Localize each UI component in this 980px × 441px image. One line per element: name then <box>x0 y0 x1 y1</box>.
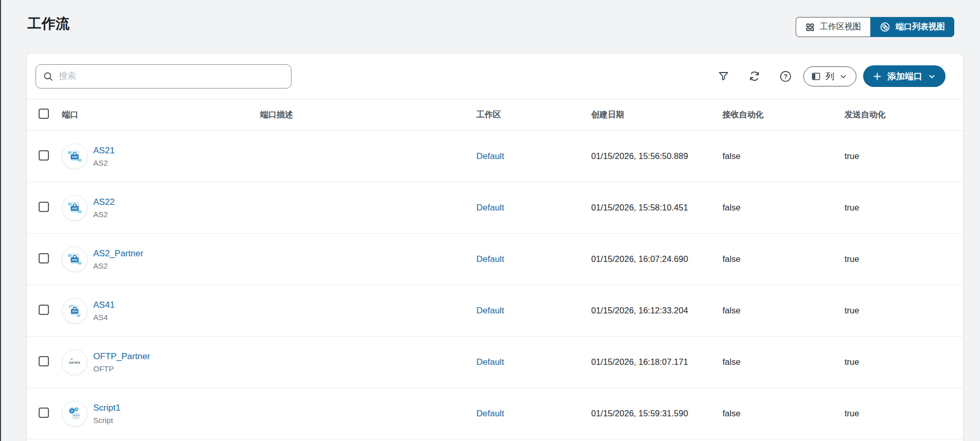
column-header-port: 端口 <box>62 110 260 120</box>
created-date-cell: 01/15/2026, 16:12:33.204 <box>591 306 723 315</box>
select-all-checkbox[interactable] <box>39 109 49 119</box>
table-row: OFTP2 OFTP_Partner OFTP Default 01/15/20… <box>27 337 963 388</box>
port-name-link[interactable]: Script1 <box>93 403 121 413</box>
as2-port-icon: AS2 <box>62 246 88 272</box>
table-row: AS4 AS41 AS4 Default 01/15/2026, 16:12:3… <box>27 285 963 337</box>
help-icon: ? <box>779 70 792 83</box>
send-automation-cell: true <box>845 254 953 264</box>
receive-automation-cell: false <box>723 151 845 161</box>
receive-automation-cell: false <box>723 254 845 264</box>
svg-text:AS2: AS2 <box>72 207 77 210</box>
table-row: vScript Script1 Script Default 01/15/202… <box>27 388 963 439</box>
help-button[interactable]: ? <box>779 69 792 83</box>
send-automation-cell: true <box>845 409 953 418</box>
row-checkbox[interactable] <box>39 202 49 212</box>
oftp-port-icon: OFTP2 <box>62 349 88 375</box>
created-date-cell: 01/15/2026, 15:59:31.590 <box>591 409 723 418</box>
chevron-down-icon <box>839 72 848 81</box>
chevron-down-icon <box>927 72 936 81</box>
filter-icon <box>717 70 730 82</box>
created-date-cell: 01/15/2026, 15:58:10.451 <box>591 203 723 213</box>
port-type-label: AS4 <box>93 313 115 322</box>
search-icon <box>43 71 54 84</box>
plus-icon <box>872 72 882 81</box>
columns-button-label: 列 <box>826 70 834 82</box>
column-header-description: 端口描述 <box>260 110 476 120</box>
column-header-send-automation: 发送自动化 <box>845 110 953 120</box>
row-checkbox[interactable] <box>39 408 49 418</box>
table-header-row: 端口 端口描述 工作区 创建日期 接收自动化 发送自动化 <box>27 99 963 131</box>
filter-button[interactable] <box>717 69 730 83</box>
page-header: 工作流 工作区视图 端口列表视图 <box>27 14 954 33</box>
port-type-label: AS2 <box>93 210 115 219</box>
table-row: AS2 AS22 AS2 Default 01/15/2026, 15:58:1… <box>27 182 963 234</box>
port-type-label: AS2 <box>93 261 143 270</box>
receive-automation-cell: false <box>723 357 845 367</box>
workspace-link[interactable]: Default <box>476 306 504 315</box>
svg-text:AS2: AS2 <box>72 258 77 261</box>
workspace-view-button[interactable]: 工作区视图 <box>796 17 870 37</box>
add-port-button-label: 添加端口 <box>887 70 922 82</box>
view-toggle-group: 工作区视图 端口列表视图 <box>796 17 954 37</box>
port-list-card: ? 列 添加端口 端口 端口描述 工作区 创建日期 接收自动化 发送自动化 <box>27 54 963 441</box>
port-name-link[interactable]: OFTP_Partner <box>93 351 150 362</box>
workspace-link[interactable]: Default <box>476 409 504 418</box>
table-row: AS2 AS2_Partner AS2 Default 01/15/2026, … <box>27 234 963 285</box>
created-date-cell: 01/15/2026, 16:07:24.690 <box>591 254 723 264</box>
created-date-cell: 01/15/2026, 15:56:50.889 <box>591 151 723 161</box>
port-list-view-label: 端口列表视图 <box>896 22 945 32</box>
port-name-link[interactable]: AS22 <box>93 197 115 207</box>
svg-text:OFTP2: OFTP2 <box>69 360 80 364</box>
receive-automation-cell: false <box>723 203 845 213</box>
as2-port-icon: AS2 <box>62 195 88 221</box>
search-input[interactable] <box>36 64 291 89</box>
script-port-icon: vScript <box>62 401 88 427</box>
port-name-link[interactable]: AS2_Partner <box>93 249 143 259</box>
svg-text:vScript: vScript <box>73 414 79 416</box>
table-toolbar: ? 列 添加端口 <box>27 54 963 99</box>
as2-port-icon: AS2 <box>62 144 88 169</box>
port-list-view-button[interactable]: 端口列表视图 <box>870 17 954 37</box>
table-row: AS2 AS21 AS2 Default 01/15/2026, 15:56:5… <box>27 131 963 182</box>
column-header-workspace: 工作区 <box>476 110 591 120</box>
column-header-created: 创建日期 <box>591 110 723 120</box>
port-name-link[interactable]: AS41 <box>93 300 115 310</box>
port-type-label: OFTP <box>93 364 150 373</box>
send-automation-cell: true <box>845 203 953 213</box>
receive-automation-cell: false <box>723 306 845 315</box>
as4-port-icon: AS4 <box>62 298 88 324</box>
workspace-link[interactable]: Default <box>476 151 504 161</box>
svg-text:AS2: AS2 <box>72 155 77 158</box>
refresh-button[interactable] <box>748 69 761 83</box>
port-type-label: AS2 <box>93 158 115 167</box>
port-type-label: Script <box>93 416 121 425</box>
workspace-link[interactable]: Default <box>476 357 504 367</box>
refresh-icon <box>748 70 761 82</box>
window-left-edge <box>0 0 1 441</box>
grid-view-icon <box>805 23 815 32</box>
row-checkbox[interactable] <box>39 356 49 366</box>
page-title: 工作流 <box>27 14 70 33</box>
created-date-cell: 01/15/2026, 16:18:07.171 <box>591 357 723 367</box>
send-automation-cell: true <box>845 151 953 161</box>
port-link-icon <box>880 22 890 32</box>
row-checkbox[interactable] <box>39 150 49 161</box>
workspace-link[interactable]: Default <box>476 254 504 264</box>
workspace-link[interactable]: Default <box>476 203 504 213</box>
workspace-view-label: 工作区视图 <box>820 22 861 32</box>
receive-automation-cell: false <box>723 409 845 418</box>
search-box <box>36 64 291 89</box>
table-body: AS2 AS21 AS2 Default 01/15/2026, 15:56:5… <box>27 131 963 439</box>
columns-button[interactable]: 列 <box>803 66 856 86</box>
add-port-button[interactable]: 添加端口 <box>863 65 945 87</box>
row-checkbox[interactable] <box>39 253 49 263</box>
send-automation-cell: true <box>845 306 953 315</box>
send-automation-cell: true <box>845 357 953 367</box>
svg-text:?: ? <box>783 73 787 80</box>
row-checkbox[interactable] <box>39 305 49 315</box>
column-header-receive-automation: 接收自动化 <box>723 110 845 120</box>
columns-icon <box>811 72 821 81</box>
port-name-link[interactable]: AS21 <box>93 146 115 156</box>
svg-text:AS4: AS4 <box>72 310 78 313</box>
